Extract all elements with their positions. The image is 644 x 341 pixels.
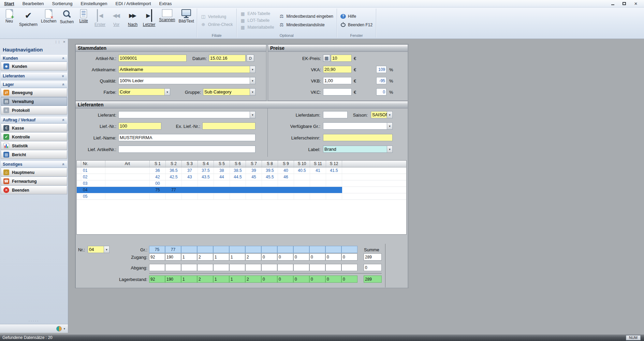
chevron-down-icon[interactable] bbox=[387, 146, 392, 152]
ek-preis-input[interactable] bbox=[331, 55, 352, 62]
sidebar-item-bericht[interactable]: ▥Bericht bbox=[1, 150, 67, 159]
ribbon-neu-button[interactable]: Neu bbox=[1, 8, 17, 39]
bestand-cell[interactable]: 0 bbox=[277, 253, 293, 261]
maximize-button[interactable] bbox=[619, 1, 629, 6]
size-grid-row-04[interactable]: 047577 bbox=[77, 187, 406, 193]
chevron-down-icon[interactable] bbox=[387, 112, 392, 118]
ribbon-nach-button[interactable]: ▶▶Nach bbox=[125, 8, 141, 39]
bestand-cell[interactable] bbox=[245, 264, 261, 271]
bestand-cell[interactable]: 2 bbox=[245, 253, 261, 261]
sidebar-header-kunden[interactable]: Kunden» bbox=[1, 55, 67, 62]
ribbon-scannen-button[interactable]: Scannen bbox=[157, 8, 177, 39]
vka-input[interactable] bbox=[323, 66, 352, 73]
chevron-down-icon[interactable] bbox=[387, 123, 392, 129]
lief-nr-input[interactable] bbox=[118, 122, 161, 130]
bestand-cell[interactable]: 2 bbox=[197, 253, 213, 261]
ribbon-liste-button[interactable]: Liste bbox=[75, 8, 92, 39]
qualitaet-dropdown[interactable]: 100% Leder bbox=[118, 77, 255, 84]
bestand-cell[interactable]: 0 bbox=[309, 253, 325, 261]
datum-d-button[interactable]: D bbox=[247, 55, 254, 62]
size-grid-row-05[interactable]: 05 bbox=[77, 193, 406, 200]
lieferdatum-input[interactable] bbox=[323, 111, 348, 118]
menu-einstellungen[interactable]: Einstellungen bbox=[77, 0, 112, 7]
bestand-cell[interactable]: 0 bbox=[341, 253, 357, 261]
bestand-cell[interactable]: 1 bbox=[229, 253, 245, 261]
ribbon-bild-text-button[interactable]: Bild/Text bbox=[177, 8, 196, 39]
menu-edi-artikelimport[interactable]: EDI / Artikelimport bbox=[112, 0, 155, 7]
sidebar-item-verwaltung[interactable]: ▤Verwaltung bbox=[1, 97, 67, 106]
bestand-cell[interactable] bbox=[341, 264, 357, 271]
sidebar-item-bewegung[interactable]: ⇄Bewegung bbox=[1, 88, 67, 97]
panel-close-icon[interactable]: ✕ bbox=[63, 40, 65, 44]
sidebar-options-chevron-icon[interactable]: ▾ bbox=[63, 327, 65, 330]
menu-sortierung[interactable]: Sortierung bbox=[48, 0, 77, 7]
chevron-down-icon[interactable] bbox=[104, 246, 109, 253]
gruppe-dropdown[interactable]: Sub Category bbox=[203, 88, 255, 95]
sidebar-header-auftrag-verkauf[interactable]: Auftrag / Verkauf» bbox=[1, 117, 67, 123]
chevron-down-icon[interactable] bbox=[250, 89, 255, 95]
artikel-nr-input[interactable] bbox=[118, 55, 187, 62]
calculator-button[interactable]: ▦ bbox=[323, 55, 330, 62]
ribbon-l-schen-button[interactable]: Löschen bbox=[39, 8, 58, 39]
ribbon-mindestbestandsliste-button[interactable]: ⚖Mindestbestandsliste bbox=[279, 21, 333, 28]
bestand-cell[interactable] bbox=[197, 264, 213, 271]
minimize-button[interactable] bbox=[608, 1, 617, 6]
chevron-down-icon[interactable] bbox=[250, 77, 255, 84]
menu-start[interactable]: Start bbox=[0, 0, 18, 7]
size-grid-row-01[interactable]: 013636.53737.53838.53939.54040.54141.5 bbox=[77, 167, 406, 174]
bestand-cell[interactable]: 1 bbox=[213, 253, 229, 261]
sidebar-item-kasse[interactable]: €Kasse bbox=[1, 124, 67, 132]
vkc-input[interactable] bbox=[323, 88, 352, 95]
ribbon-speichern-button[interactable]: ✔Speichern bbox=[17, 8, 39, 39]
sidebar-header-sonstiges[interactable]: Sonstiges» bbox=[1, 161, 67, 168]
bestand-cell[interactable]: 0 bbox=[261, 253, 277, 261]
bestand-cell[interactable]: 92 bbox=[149, 253, 165, 261]
bestand-cell[interactable]: 1 bbox=[181, 253, 197, 261]
ribbon-hilfe-button[interactable]: ?Hilfe bbox=[340, 13, 372, 19]
sidebar-item-kunden[interactable]: ☻Kunden bbox=[1, 62, 67, 71]
lief-name-input[interactable] bbox=[118, 134, 255, 141]
ribbon-mindestbestand-eingeben-button[interactable]: ⚖Mindestbestand eingeben bbox=[279, 13, 333, 19]
size-grid-row-03[interactable]: 0300 bbox=[77, 180, 406, 187]
saison-dropdown[interactable]: SAISON bbox=[371, 111, 393, 118]
menu-extras[interactable]: Extras bbox=[155, 0, 176, 7]
pin-icon[interactable]: ⋮⋮ bbox=[54, 40, 60, 44]
bestand-cell[interactable] bbox=[181, 264, 197, 271]
menu-bearbeiten[interactable]: Bearbeiten bbox=[18, 0, 48, 7]
lieferscheinnr-input[interactable] bbox=[323, 134, 393, 141]
sidebar-item-hauptmenu[interactable]: ⌂Hauptmenu bbox=[1, 168, 67, 177]
size-grid-row-02[interactable]: 024242.54343.54444.54545.546 bbox=[77, 174, 406, 180]
bestand-nr-dropdown[interactable]: 04 bbox=[88, 246, 109, 253]
datum-input[interactable] bbox=[209, 55, 246, 62]
bestand-cell[interactable]: 0 bbox=[325, 253, 341, 261]
sidebar-item-statistik[interactable]: Statistik bbox=[1, 142, 67, 150]
vkb-input[interactable] bbox=[323, 77, 352, 84]
artikelname-dropdown[interactable]: Artikelname bbox=[118, 66, 255, 73]
bestand-cell[interactable] bbox=[309, 264, 325, 271]
bestand-cell[interactable]: 190 bbox=[165, 253, 181, 261]
bestand-cell[interactable] bbox=[261, 264, 277, 271]
farbe-dropdown[interactable]: Color bbox=[118, 88, 170, 95]
chevron-down-icon[interactable] bbox=[250, 112, 255, 118]
ribbon-beenden-f12-button[interactable]: Beenden F12 bbox=[340, 21, 372, 28]
bestand-cell[interactable]: 0 bbox=[293, 253, 309, 261]
verfuegbare-gr-dropdown[interactable] bbox=[323, 122, 393, 130]
chevron-down-icon[interactable] bbox=[164, 89, 170, 95]
bestand-cell[interactable] bbox=[277, 264, 293, 271]
sidebar-item-protokoll[interactable]: ≡Protokoll bbox=[1, 106, 67, 115]
sidebar-item-beenden[interactable]: ✕Beenden bbox=[1, 186, 67, 194]
bestand-cell[interactable] bbox=[293, 264, 309, 271]
sidebar-item-kontrolle[interactable]: ✔Kontrolle bbox=[1, 133, 67, 141]
sidebar-header-lager[interactable]: Lager» bbox=[1, 81, 67, 88]
bestand-cell[interactable] bbox=[325, 264, 341, 271]
close-button[interactable]: ✕ bbox=[631, 1, 641, 6]
sidebar-resize-grip[interactable]: ····· bbox=[0, 319, 68, 324]
ribbon-suchen-button[interactable]: Suchen bbox=[58, 8, 75, 39]
label-dropdown[interactable]: Brand bbox=[323, 146, 393, 153]
chevron-down-icon[interactable] bbox=[250, 66, 255, 73]
bestand-cell[interactable] bbox=[149, 264, 165, 271]
sidebar-item-fernwartung[interactable]: ☎Fernwartung bbox=[1, 177, 67, 186]
bestand-cell[interactable] bbox=[165, 264, 181, 271]
lieferant-dropdown[interactable] bbox=[118, 111, 255, 118]
ribbon-letzter-button[interactable]: ▶Letzter bbox=[141, 8, 157, 39]
